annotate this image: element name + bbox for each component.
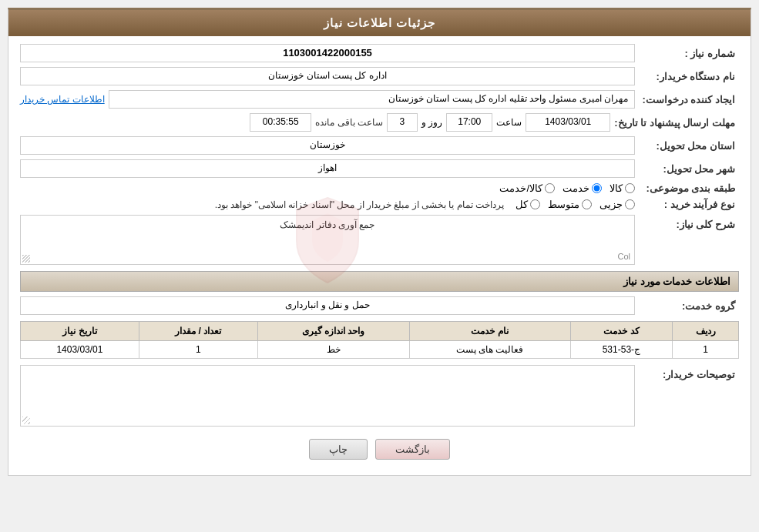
buyer-org-value: اداره کل پست استان خوزستان <box>20 67 635 85</box>
buyer-org-row: نام دستگاه خریدار: اداره کل پست استان خو… <box>20 67 739 85</box>
city-value: اهواز <box>20 159 635 178</box>
process-kol-item: کل <box>516 199 540 210</box>
process-motavasset-label: متوسط <box>548 199 579 210</box>
col-header-row-num: ردیف <box>673 322 739 341</box>
col-header-quantity: تعداد / مقدار <box>139 322 257 341</box>
city-row: شهر محل تحویل: اهواز <box>20 159 739 178</box>
deadline-date: 1403/03/01 <box>526 113 610 132</box>
services-section-header: اطلاعات خدمات مورد نیاز <box>20 271 739 292</box>
process-jozi-label: جزیی <box>599 199 623 210</box>
creator-label: ایجاد کننده درخواست: <box>639 94 739 105</box>
general-desc-row: شرح کلی نیاز: جمع آوری دفاتر اندیمشک Col <box>20 215 739 265</box>
creator-value: مهران امیری مسئول واحد تقلیه اداره کل پس… <box>109 90 635 109</box>
province-row: استان محل تحویل: خوزستان <box>20 136 739 155</box>
category-khedmat-radio[interactable] <box>592 183 602 193</box>
deadline-days: 3 <box>387 113 418 132</box>
process-radio-group: جزیی متوسط کل <box>516 199 635 210</box>
category-kala-item: کالا <box>610 182 635 194</box>
category-kala-khedmat-label: کالا/خدمت <box>499 182 542 194</box>
process-row: نوع فرآیند خرید : جزیی متوسط کل پ <box>20 199 739 210</box>
col-header-service-name: نام خدمت <box>409 322 570 341</box>
table-body: 1 ج-53-531 فعالیت های پست خط 1 1403/03/0… <box>21 341 739 359</box>
cell-unit: خط <box>257 341 409 359</box>
col-header-unit: واحد اندازه گیری <box>257 322 409 341</box>
table-row: 1 ج-53-531 فعالیت های پست خط 1 1403/03/0… <box>21 341 739 359</box>
table-head: ردیف کد خدمت نام خدمت واحد اندازه گیری ت… <box>21 322 739 341</box>
page-container: جزئیات اطلاعات نیاز شماره نیاز : 1103001… <box>0 0 759 532</box>
service-group-row: گروه خدمت: حمل و نقل و انبارداری <box>20 296 739 315</box>
process-kol-label: کل <box>516 199 528 210</box>
buyer-notes-row: توصیحات خریدار: <box>20 365 739 427</box>
remaining-time: 00:35:55 <box>250 113 311 132</box>
category-label: طبقه بندی موضوعی: <box>639 182 739 194</box>
cell-need-date: 1403/03/01 <box>21 341 139 359</box>
province-label: استان محل تحویل: <box>639 140 739 152</box>
category-row: طبقه بندی موضوعی: کالا خدمت کالا/خدمت <box>20 182 739 194</box>
province-value: خوزستان <box>20 136 635 155</box>
process-label: نوع فرآیند خرید : <box>639 199 739 210</box>
button-row: بازگشت چاپ <box>20 431 739 467</box>
need-number-value: 1103001422000155 <box>20 44 635 62</box>
buyer-notes-area <box>20 365 635 427</box>
card-body: شماره نیاز : 1103001422000155 نام دستگاه… <box>8 36 751 475</box>
card-header: جزئیات اطلاعات نیاز <box>8 10 751 36</box>
remaining-label: ساعت باقی مانده <box>315 117 383 128</box>
page-title: جزئیات اطلاعات نیاز <box>324 16 435 29</box>
category-kala-khedmat-item: کالا/خدمت <box>499 182 555 194</box>
col-header-need-date: تاریخ نیاز <box>21 322 139 341</box>
service-group-label: گروه خدمت: <box>639 300 739 312</box>
process-jozi-item: جزیی <box>599 199 635 210</box>
process-motavasset-item: متوسط <box>548 199 592 210</box>
category-kala-radio[interactable] <box>625 183 635 193</box>
city-label: شهر محل تحویل: <box>639 163 739 175</box>
deadline-time-label: ساعت <box>496 117 522 128</box>
category-khedmat-label: خدمت <box>563 182 589 194</box>
service-group-value: حمل و نقل و انبارداری <box>20 296 635 315</box>
category-kala-khedmat-radio[interactable] <box>545 183 555 193</box>
print-button[interactable]: چاپ <box>309 439 368 460</box>
process-jozi-radio[interactable] <box>625 199 635 209</box>
process-motavasset-radio[interactable] <box>582 199 592 209</box>
deadline-days-label: روز و <box>421 117 442 128</box>
category-radio-group: کالا خدمت کالا/خدمت <box>499 182 635 194</box>
need-number-row: شماره نیاز : 1103001422000155 <box>20 44 739 62</box>
category-kala-label: کالا <box>610 182 623 194</box>
col-header-service-code: کد خدمت <box>570 322 673 341</box>
services-table: ردیف کد خدمت نام خدمت واحد اندازه گیری ت… <box>20 321 739 359</box>
general-desc-area: جمع آوری دفاتر اندیمشک Col <box>20 215 635 265</box>
cell-row-num: 1 <box>673 341 739 359</box>
process-kol-radio[interactable] <box>530 199 540 209</box>
contact-info-link[interactable]: اطلاعات تماس خریدار <box>20 94 105 105</box>
table-header-row: ردیف کد خدمت نام خدمت واحد اندازه گیری ت… <box>21 322 739 341</box>
general-desc-label: شرح کلی نیاز: <box>639 215 739 230</box>
cell-service-code: ج-53-531 <box>570 341 673 359</box>
back-button[interactable]: بازگشت <box>375 439 450 460</box>
services-section-title: اطلاعات خدمات مورد نیاز <box>623 276 730 287</box>
category-khedmat-item: خدمت <box>563 182 602 194</box>
buyer-notes-label: توصیحات خریدار: <box>639 365 739 380</box>
main-card: جزئیات اطلاعات نیاز شماره نیاز : 1103001… <box>8 8 751 476</box>
deadline-time: 17:00 <box>446 113 492 132</box>
resize-handle-desc <box>22 255 30 263</box>
deadline-row: مهلت ارسال پیشنهاد تا تاریخ: 1403/03/01 … <box>20 113 739 132</box>
services-table-section: ردیف کد خدمت نام خدمت واحد اندازه گیری ت… <box>20 321 739 359</box>
cell-quantity: 1 <box>139 341 257 359</box>
buyer-org-label: نام دستگاه خریدار: <box>639 71 739 82</box>
creator-row: ایجاد کننده درخواست: مهران امیری مسئول و… <box>20 90 739 109</box>
deadline-label: مهلت ارسال پیشنهاد تا تاریخ: <box>614 117 739 129</box>
col-label: Col <box>617 252 630 261</box>
shield-watermark <box>281 194 374 286</box>
resize-handle-notes <box>22 417 30 424</box>
cell-service-name: فعالیت های پست <box>409 341 570 359</box>
need-number-label: شماره نیاز : <box>639 48 739 59</box>
